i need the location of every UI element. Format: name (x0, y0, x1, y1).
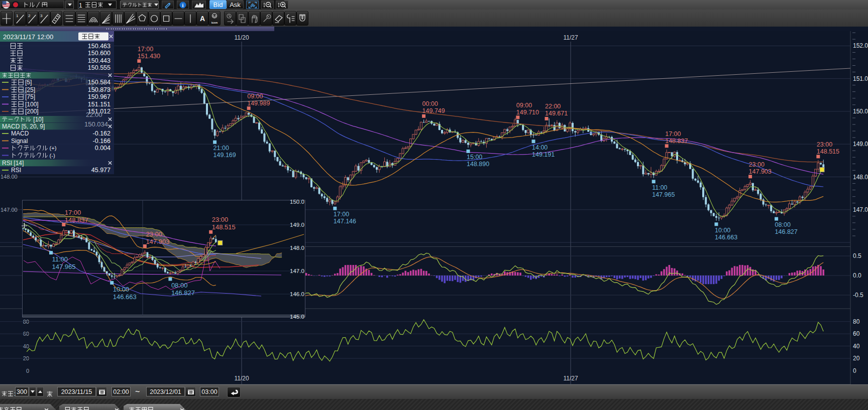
svg-text:150.555: 150.555 (88, 64, 111, 71)
svg-text:1: 1 (16, 14, 19, 18)
svg-text:147.00: 147.00 (1, 207, 18, 213)
svg-text:[10]: [10] (33, 116, 43, 123)
svg-text:146.827: 146.827 (775, 228, 798, 235)
svg-text:-0.162: -0.162 (93, 130, 111, 137)
svg-text:Signal: Signal (11, 138, 28, 145)
svg-text:14:00: 14:00 (532, 144, 548, 151)
svg-text:-0.166: -0.166 (93, 138, 111, 145)
svg-text:[200]: [200] (25, 108, 39, 115)
svg-text:80: 80 (853, 318, 860, 325)
svg-text:08:00: 08:00 (171, 282, 188, 289)
svg-text:0: 0 (26, 368, 29, 374)
svg-text:08:00: 08:00 (775, 221, 791, 228)
svg-text:22:00: 22:00 (545, 103, 561, 110)
svg-text:151.151: 151.151 (88, 101, 111, 108)
svg-text:22:00: 22:00 (86, 111, 102, 118)
svg-text:149.710: 149.710 (516, 109, 539, 116)
svg-text:150.0: 150.0 (853, 108, 868, 115)
svg-text:150.034: 150.034 (84, 120, 108, 128)
svg-text:149.0: 149.0 (853, 141, 868, 148)
svg-text:147.0: 147.0 (853, 206, 868, 213)
svg-text:1: 1 (79, 2, 82, 9)
svg-text:149.989: 149.989 (247, 100, 270, 107)
svg-text:148.515: 148.515 (817, 148, 839, 155)
svg-text:145.0: 145.0 (290, 314, 304, 320)
svg-text:0.5: 0.5 (853, 252, 861, 259)
svg-text:148.837: 148.837 (665, 138, 688, 145)
svg-text:[5]: [5] (25, 79, 32, 86)
svg-text:152.0: 152.0 (853, 42, 868, 49)
svg-text:150.463: 150.463 (88, 43, 111, 50)
svg-text:2023/11/17 12:00: 2023/11/17 12:00 (3, 33, 53, 41)
svg-text:45.977: 45.977 (91, 167, 111, 174)
svg-text:RSI [14]: RSI [14] (2, 160, 24, 167)
svg-text:147.0: 147.0 (290, 268, 304, 274)
svg-text:150.967: 150.967 (88, 93, 111, 100)
svg-text:150.584: 150.584 (88, 79, 111, 86)
svg-text:147.965: 147.965 (52, 263, 76, 270)
svg-text:148.0: 148.0 (853, 174, 868, 181)
svg-text:MACD [5, 20, 9]: MACD [5, 20, 9] (2, 123, 45, 130)
svg-text:11:00: 11:00 (52, 255, 68, 263)
svg-text:10:00: 10:00 (715, 227, 730, 234)
svg-text:147.903: 147.903 (749, 168, 772, 175)
svg-text:09:00: 09:00 (516, 102, 532, 109)
svg-text:146.827: 146.827 (171, 289, 195, 297)
svg-text:3: 3 (40, 14, 43, 18)
svg-text:11:00: 11:00 (652, 184, 667, 191)
svg-text:23:00: 23:00 (212, 216, 229, 223)
svg-text:RSI: RSI (11, 167, 21, 174)
svg-text:147.146: 147.146 (334, 218, 356, 225)
svg-text:60: 60 (853, 330, 860, 337)
svg-text:146.663: 146.663 (715, 234, 737, 241)
svg-text:[75]: [75] (25, 93, 35, 100)
svg-text:148.515: 148.515 (212, 223, 236, 231)
svg-text:17:00: 17:00 (665, 130, 681, 138)
svg-text:148.0: 148.0 (290, 245, 304, 251)
svg-text:11/20: 11/20 (234, 375, 249, 382)
svg-text:11/27: 11/27 (563, 375, 578, 382)
svg-text:146.663: 146.663 (113, 293, 137, 301)
svg-text:17:00: 17:00 (334, 211, 349, 218)
svg-text:151.430: 151.430 (138, 53, 160, 60)
svg-text:2: 2 (28, 14, 31, 18)
svg-text:MACD: MACD (11, 130, 29, 137)
svg-text:148.890: 148.890 (467, 161, 489, 168)
svg-text:11/27: 11/27 (563, 34, 578, 41)
svg-text:147.903: 147.903 (146, 238, 169, 245)
svg-text:148.00: 148.00 (1, 174, 18, 180)
svg-text:149.0: 149.0 (290, 222, 304, 228)
svg-text:149.169: 149.169 (213, 152, 236, 159)
svg-text:[25]: [25] (25, 86, 35, 93)
svg-text:(+): (+) (50, 145, 57, 151)
svg-text:149.191: 149.191 (532, 151, 555, 158)
svg-text:09:00: 09:00 (247, 93, 263, 100)
svg-text:i: i (182, 3, 184, 8)
svg-text:0.004: 0.004 (95, 145, 111, 152)
svg-text:23:00: 23:00 (817, 141, 832, 148)
svg-text:00:00: 00:00 (422, 100, 438, 107)
svg-text:23:00: 23:00 (146, 230, 162, 238)
svg-text:17:00: 17:00 (138, 46, 153, 53)
svg-text:20: 20 (853, 355, 860, 362)
svg-text:[100]: [100] (25, 101, 39, 108)
svg-text:149.671: 149.671 (545, 110, 568, 117)
svg-text:150.600: 150.600 (88, 50, 111, 57)
svg-text:11/20: 11/20 (234, 34, 249, 41)
svg-text:150.0: 150.0 (290, 199, 304, 205)
svg-text:-0.5: -0.5 (853, 292, 863, 299)
svg-text:0.0: 0.0 (853, 272, 861, 279)
svg-text:151.0: 151.0 (853, 75, 868, 82)
svg-text:147.965: 147.965 (652, 191, 675, 198)
svg-text:17:00: 17:00 (65, 209, 81, 216)
svg-text:40: 40 (853, 343, 860, 350)
svg-text:0: 0 (853, 367, 856, 374)
svg-text:15:00: 15:00 (467, 154, 482, 161)
svg-text:(-): (-) (50, 153, 55, 159)
svg-text:21:00: 21:00 (213, 145, 229, 152)
svg-text:A: A (200, 15, 205, 23)
svg-text:148.837: 148.837 (65, 216, 88, 224)
svg-text:150.443: 150.443 (88, 57, 111, 64)
svg-text:149.749: 149.749 (422, 107, 445, 114)
svg-text:146.0: 146.0 (290, 291, 304, 297)
